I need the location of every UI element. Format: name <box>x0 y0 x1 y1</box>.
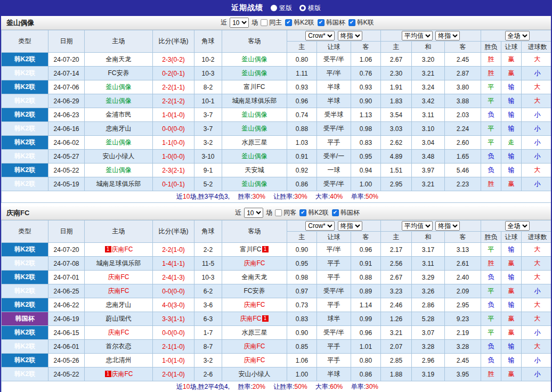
match-row: 韩K2联24-07-06釜山偶像2-2(1-1)8-2富川FC0.93半球0.9… <box>2 80 552 94</box>
checkbox-unchecked-icon[interactable] <box>261 19 267 26</box>
summary-prefix: 近 <box>176 193 183 200</box>
home-team-cell: 1庆南FC <box>85 243 153 257</box>
page-title: 近期战绩 <box>231 3 263 13</box>
stat-label: 单率: <box>351 383 366 390</box>
bookmaker-select[interactable]: Crow* <box>305 221 335 231</box>
avg-home-cell: 1.91 <box>381 80 412 94</box>
layout-radio-vertical[interactable]: 竖版 <box>271 4 292 13</box>
avg-draw-cell: 3.26 <box>412 284 445 298</box>
checkbox-checked-icon[interactable] <box>332 209 339 216</box>
average-index-select[interactable]: 终指 <box>435 31 460 40</box>
average-index-select[interactable]: 终指 <box>435 221 460 231</box>
recent-count-select[interactable]: 10 <box>230 18 249 28</box>
team-name: 忠南牙山 <box>106 125 132 132</box>
away-team-cell: 天安城 <box>222 164 287 177</box>
games-label: 场 <box>251 18 258 27</box>
filter-checkbox[interactable]: 韩国杯 <box>332 208 360 217</box>
goals-cell: 小 <box>522 136 552 150</box>
stat-label: 大率: <box>315 193 330 200</box>
score-cell: 2-3(2-1) <box>153 164 194 177</box>
scope-select[interactable]: 全场 <box>505 221 530 231</box>
score-cell: 0-1(0-1) <box>153 177 194 191</box>
league-cell: 韩国杯 <box>2 312 48 326</box>
corner-cell: 3-10 <box>194 150 222 164</box>
result-cell: 平 <box>481 80 501 94</box>
match-row: 韩K2联24-05-22釜山偶像2-3(2-1)9-1天安城0.92一球0.94… <box>2 164 552 177</box>
score-cell: 2-2(1-1) <box>153 80 194 94</box>
avg-draw-cell: 3.42 <box>412 94 445 108</box>
stat-label: 让胜率: <box>273 383 294 390</box>
scope-select[interactable]: 全场 <box>505 31 530 40</box>
summary-record: 场,胜2平4负4, <box>190 383 230 390</box>
col-odds-home: 主 <box>287 232 317 243</box>
radio-unchecked-icon[interactable] <box>271 5 277 11</box>
filter-checkbox[interactable]: 韩国杯 <box>318 18 345 27</box>
match-row: 韩K2联24-06-16忠南牙山0-0(0-0)3-7釜山偶像0.88受平/半0… <box>2 122 552 136</box>
filter-checkbox[interactable]: 韩K联 <box>348 18 374 27</box>
recent-count-select[interactable]: 10 <box>244 208 263 218</box>
checkbox-checked-icon[interactable] <box>285 19 292 26</box>
league-cell: 韩K2联 <box>2 164 48 177</box>
avg-home-cell: 4.89 <box>381 150 412 164</box>
avg-home-cell: 2.62 <box>381 136 412 150</box>
league-cell: 韩K2联 <box>2 122 48 136</box>
checkbox-checked-icon[interactable] <box>299 209 306 216</box>
avg-draw-cell: 3.04 <box>412 136 445 150</box>
avg-draw-cell: 3.48 <box>412 150 445 164</box>
filter-checkbox[interactable]: 韩K2联 <box>285 18 314 27</box>
handicap-result-cell: 输 <box>501 298 522 312</box>
handicap-cell: 受平/半 <box>317 326 351 340</box>
top-bar: 近期战绩 竖版 横版 <box>1 0 551 16</box>
avg-home-cell: 3.23 <box>381 284 412 298</box>
team-name: 安山小绿人 <box>239 370 271 378</box>
score-cell: 1-0(0-0) <box>153 150 194 164</box>
goals-cell: 小 <box>522 326 552 340</box>
team-header-bar: 釜山偶像 近 10 场 同主韩K2联韩国杯韩K联 <box>1 16 551 30</box>
filter-checkbox[interactable]: 韩K2联 <box>299 208 329 217</box>
avg-home-cell: 1.51 <box>381 164 412 177</box>
filter-checkboxes-0: 同主韩K2联韩国杯韩K联 <box>261 18 374 27</box>
handicap-result-cell: 输 <box>501 271 522 284</box>
date-cell: 24-05-22 <box>48 164 85 177</box>
radio-checked-icon[interactable] <box>299 5 306 11</box>
col-avg-away: 客 <box>445 232 481 243</box>
col-home: 主场 <box>85 30 153 53</box>
team-name: 庆南FC <box>244 301 265 308</box>
checkbox-checked-icon[interactable] <box>318 19 324 26</box>
bookmaker-index-select[interactable]: 终指 <box>338 221 362 231</box>
handicap-result-cell: 赢 <box>501 326 522 340</box>
odds-home-cell: 0.73 <box>287 298 317 312</box>
avg-away-cell: 9.23 <box>445 312 481 326</box>
bookmaker-select[interactable]: Crow* <box>305 31 335 40</box>
corner-cell: 10-3 <box>194 67 222 80</box>
home-team-cell: 首尔衣恋 <box>85 340 153 354</box>
match-row: 韩K2联24-07-201庆南FC2-2(1-0)2-2富川FC10.90平/半… <box>2 243 552 257</box>
bookmaker-index-select[interactable]: 终指 <box>338 31 362 40</box>
handicap-cell: 半球 <box>317 80 351 94</box>
checkbox-checked-icon[interactable] <box>348 19 355 26</box>
stat-label: 让胜率: <box>273 193 294 200</box>
league-cell: 韩K2联 <box>2 53 48 67</box>
dropdown-header-row: 类型 日期 主场 比分(半场) 角球 客场 Crow* 终指 平均值 终指 <box>2 30 552 42</box>
stat-value: 30% <box>253 193 265 200</box>
average-select[interactable]: 平均值 <box>402 221 433 231</box>
date-cell: 24-05-22 <box>48 368 85 381</box>
filter-checkbox[interactable]: 同主 <box>261 18 282 27</box>
date-cell: 24-07-20 <box>48 243 85 257</box>
team-name: 釜山偶像 <box>106 166 132 174</box>
result-cell: 负 <box>481 340 501 354</box>
col-avg-draw: 和 <box>412 42 445 53</box>
avg-draw-cell: 5.28 <box>412 312 445 326</box>
avg-away-cell: 5.46 <box>445 164 481 177</box>
corner-cell: 6-2 <box>194 284 222 298</box>
score-cell: 1-1(0-0) <box>153 136 194 150</box>
odds-home-cell: 0.93 <box>287 80 317 94</box>
goals-cell: 大 <box>522 80 552 94</box>
layout-radio-horizontal[interactable]: 横版 <box>299 4 321 13</box>
stat-label: 单率: <box>351 193 366 200</box>
avg-away-cell: 2.60 <box>445 136 481 150</box>
filter-checkbox[interactable]: 同客 <box>275 208 296 217</box>
team-name: 忠北清州 <box>106 356 132 364</box>
average-select[interactable]: 平均值 <box>402 31 433 40</box>
checkbox-unchecked-icon[interactable] <box>275 209 282 216</box>
